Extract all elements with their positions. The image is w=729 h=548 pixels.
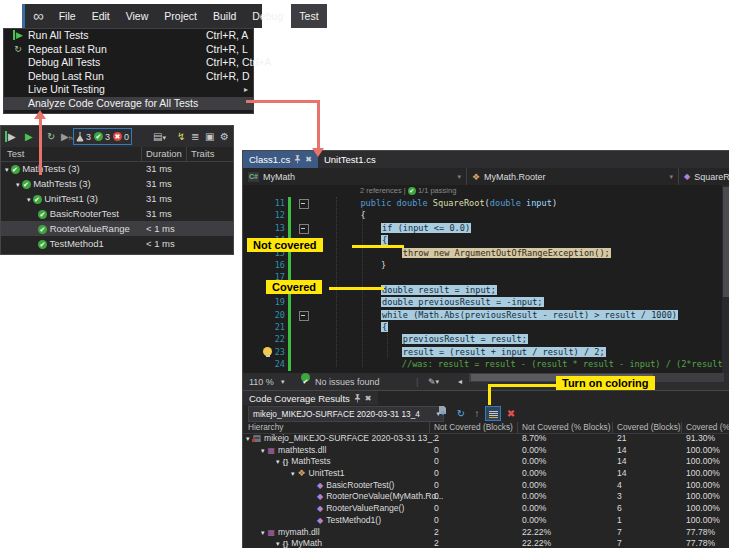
expand-arrow-icon[interactable]: ▾	[261, 529, 265, 536]
export-results-icon[interactable]: ↑	[469, 406, 485, 421]
test-tree-row[interactable]: ▾✔ MathTests (3)31 ms	[1, 161, 233, 176]
menu-item-project[interactable]: Project	[156, 4, 205, 28]
total-tests-filter[interactable]: 3	[76, 132, 91, 142]
expand-arrow-icon[interactable]: ▾	[27, 196, 31, 203]
expand-arrow-icon[interactable]: ▾	[16, 181, 20, 188]
pin-icon[interactable]	[294, 155, 301, 164]
expand-arrow-icon[interactable]: ▾	[276, 540, 280, 547]
coverage-row[interactable]: ▾{}MyMath222.22%777.78%	[243, 538, 729, 548]
test-tree-row[interactable]: ✔ TestMethod1< 1 ms	[1, 236, 233, 251]
coverage-row[interactable]: ◆RooterValueRange()00.00%6100.00%	[243, 503, 729, 515]
run-icon[interactable]: ▶	[25, 126, 33, 147]
menu-item-live-unit-testing[interactable]: Live Unit Testing▸	[4, 83, 253, 97]
test-tree-row[interactable]: ✔ RooterValueRange< 1 ms	[1, 221, 233, 236]
cancel-run-icon[interactable]: ▶ₕ	[61, 126, 73, 147]
code-line[interactable]	[319, 271, 723, 283]
passed-tests-filter[interactable]: ✔ 3	[94, 132, 110, 142]
fold-collapse-icon[interactable]	[299, 311, 309, 321]
pin-icon[interactable]	[354, 394, 361, 403]
lightbulb-icon[interactable]	[263, 347, 272, 356]
expand-arrow-icon[interactable]: ▾	[276, 458, 280, 465]
code-line[interactable]: if (input <= 0.0)	[319, 222, 723, 234]
coverage-row[interactable]: ◆RooterOneValue(MyMath.Ro...00.00%3100.0…	[243, 491, 729, 503]
layout-icon[interactable]: ▣	[205, 126, 214, 147]
code-line[interactable]: while (Math.Abs(previousResult - result)…	[319, 309, 723, 321]
expand-arrow-icon[interactable]: ▾	[5, 166, 9, 173]
menu-item-analyze-code-coverage-for-all-tests[interactable]: Analyze Code Coverage for All Tests	[4, 97, 253, 111]
expand-arrow-icon[interactable]: ▾	[291, 470, 295, 477]
codelens-references[interactable]: 2 references	[360, 186, 402, 195]
code-area[interactable]: 2 references | ✔ 1/1 passing 11121314151…	[243, 185, 729, 373]
column-hierarchy[interactable]: Hierarchy	[248, 422, 284, 432]
code-line[interactable]: //was: result = result - (result * resul…	[319, 358, 723, 370]
coverage-row[interactable]: ▾❖UnitTest100.00%14100.00%	[243, 468, 729, 480]
menu-item-file[interactable]: File	[51, 4, 84, 28]
expand-arrow-icon[interactable]: ▾	[246, 435, 250, 442]
zoom-level[interactable]: 110 %	[249, 373, 274, 391]
playlist-icon[interactable]: ▤▾	[153, 126, 166, 147]
show-code-coverage-coloring-button[interactable]	[485, 406, 501, 421]
failed-tests-filter[interactable]: ✖ 0	[113, 132, 129, 142]
column-covered-blocks[interactable]: Covered (Blocks)	[617, 422, 681, 432]
tab-class1[interactable]: Class1.cs ✖	[243, 151, 318, 168]
expand-arrow-icon[interactable]: ▾	[261, 447, 265, 454]
close-icon[interactable]: ✖	[365, 394, 372, 403]
coverage-run-selector[interactable]: mikejo_MIKEJO-SURFACE 2020-03-31 13_4 ▾	[248, 406, 444, 422]
menu-item-repeat-last-run[interactable]: ↻Repeat Last RunCtrl+R, L	[4, 43, 253, 57]
code-line[interactable]: public double SquareRoot(double input)	[319, 197, 723, 209]
member-selector[interactable]: ◆ SquareRoot	[679, 168, 729, 185]
menu-item-debug-last-run[interactable]: Debug Last RunCtrl+R, D	[4, 70, 253, 84]
group-by-icon[interactable]: ≣	[191, 126, 199, 147]
coverage-row[interactable]: ◆BasicRooterTest()00.00%4100.00%	[243, 480, 729, 492]
test-tree-row[interactable]: ▾✔ MathTests (3)31 ms	[1, 176, 233, 191]
coverage-row[interactable]: ▾{}MathTests00.00%14100.00%	[243, 456, 729, 468]
type-selector[interactable]: ❖ MyMath.Rooter ▾	[467, 168, 679, 185]
scrollbar-thumb[interactable]	[723, 187, 729, 297]
fold-collapse-icon[interactable]	[299, 199, 309, 209]
column-test[interactable]: Test	[7, 148, 24, 159]
coverage-row[interactable]: ▾▦mymath.dll222.22%777.78%	[243, 527, 729, 539]
coverage-row[interactable]: ▾▦mathtests.dll00.00%14100.00%	[243, 445, 729, 457]
coverage-row[interactable]: ◆TestMethod1()00.00%1100.00%	[243, 515, 729, 527]
menu-item-build[interactable]: Build	[205, 4, 244, 28]
menu-item-debug-all-tests[interactable]: Debug All TestsCtrl+R, Ctrl+A	[4, 56, 253, 70]
run-all-icon[interactable]: ▶	[5, 126, 16, 147]
code-line[interactable]: double previousResult = -input;	[319, 296, 723, 308]
code-line[interactable]: {	[319, 321, 723, 333]
project-selector[interactable]: C# MyMath ▾	[243, 168, 467, 185]
chevron-down-icon[interactable]: ▾	[281, 373, 285, 391]
menu-item-edit[interactable]: Edit	[84, 4, 118, 28]
menu-item-debug[interactable]: Debug	[244, 4, 291, 28]
codelens-passing[interactable]: 1/1 passing	[418, 186, 456, 195]
column-not-covered-blocks[interactable]: Not Covered (Blocks)	[434, 422, 513, 432]
settings-gear-icon[interactable]: ⚙	[220, 126, 229, 147]
formatting-pen-icon[interactable]: ✎▾	[428, 373, 436, 391]
menu-item-test[interactable]: Test	[291, 4, 326, 28]
menu-item-run-all-tests[interactable]: ▶Run All TestsCtrl+R, A	[4, 29, 253, 43]
test-tree-row[interactable]: ✔ BasicRooterTest31 ms	[1, 206, 233, 221]
repeat-run-icon[interactable]: ↻	[47, 126, 55, 147]
coverage-panel-tab[interactable]: Code Coverage Results ✖	[243, 391, 378, 405]
refresh-icon[interactable]: ↻	[453, 406, 469, 421]
tab-unittest1[interactable]: UnitTest1.cs	[318, 151, 382, 168]
import-results-icon[interactable]	[435, 406, 451, 421]
codelens[interactable]: 2 references | ✔ 1/1 passing	[360, 186, 456, 195]
coverage-row[interactable]: ▾▤mikejo_MIKEJO-SURFACE 2020-03-31 13_..…	[243, 433, 729, 445]
close-icon[interactable]: ✖	[305, 155, 312, 164]
test-tree-row[interactable]: ▾✔ UnitTest1 (3)31 ms	[1, 191, 233, 206]
run-after-build-icon[interactable]: ↯	[177, 126, 185, 147]
column-traits[interactable]: Traits	[191, 148, 214, 159]
scroll-left-icon[interactable]: ◂	[458, 373, 462, 391]
column-covered-pct[interactable]: Covered (%	[686, 422, 729, 432]
code-line[interactable]: throw new ArgumentOutOfRangeException();	[319, 247, 723, 259]
vertical-scrollbar[interactable]	[722, 185, 729, 373]
menu-item-view[interactable]: View	[118, 4, 157, 28]
code-line[interactable]: {	[319, 209, 723, 221]
code-line[interactable]: }	[319, 259, 723, 271]
code-line[interactable]: result = (result + input / result) / 2;	[319, 346, 723, 358]
column-not-covered-pct[interactable]: Not Covered (% Blocks)	[522, 422, 611, 432]
code-line[interactable]: previousResult = result;	[319, 333, 723, 345]
remove-results-icon[interactable]: ✖	[503, 406, 519, 421]
column-duration[interactable]: Duration	[146, 148, 182, 159]
fold-collapse-icon[interactable]	[299, 224, 309, 234]
